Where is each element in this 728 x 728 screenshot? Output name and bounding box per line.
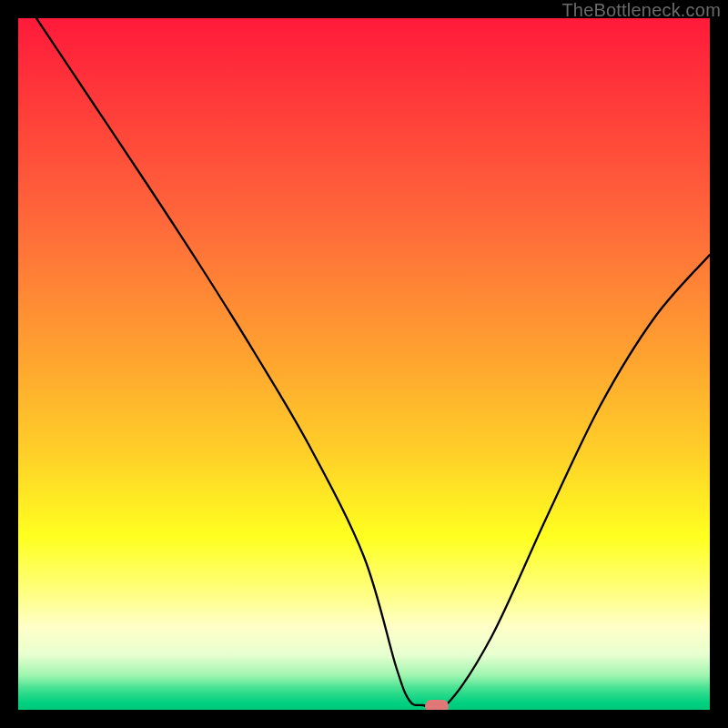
chart-frame: TheBottleneck.com (0, 0, 728, 728)
plot-area (18, 18, 710, 710)
bottleneck-curve (18, 18, 710, 710)
optimal-point-marker (425, 700, 449, 710)
curve-path (36, 18, 710, 710)
